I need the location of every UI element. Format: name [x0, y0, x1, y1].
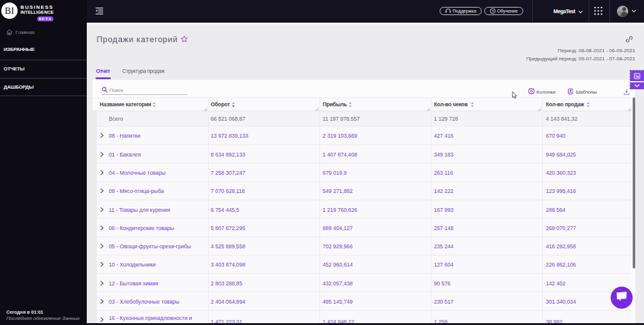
- svg-text:?: ?: [491, 9, 494, 13]
